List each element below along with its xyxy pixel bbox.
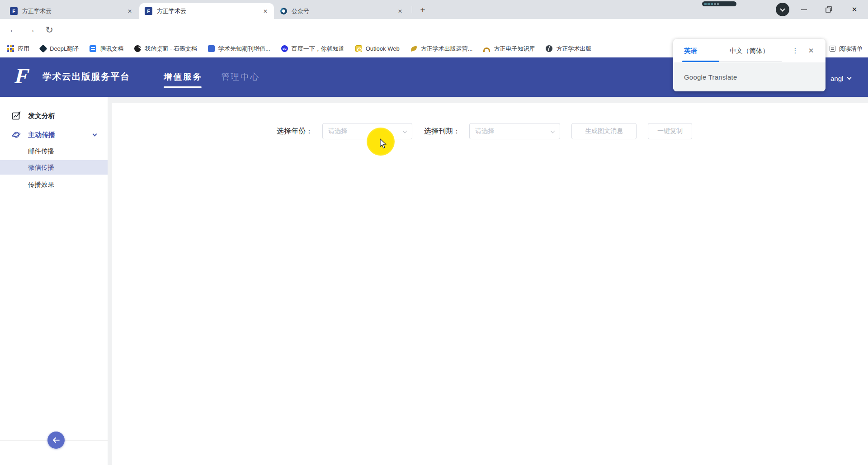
sidebar-subitem-dissemination-effect[interactable]: 传播效果 [0,177,108,192]
new-tab-button[interactable]: + [417,4,429,16]
reload-button[interactable]: ↻ [43,24,55,36]
bookmark-deepl[interactable]: DeepL翻译 [40,45,79,53]
tab-close-icon[interactable]: ✕ [126,7,134,15]
shimo-icon [134,45,141,52]
active-nav-underline [164,86,202,88]
tab-fangzheng-2-active[interactable]: F 方正学术云 ✕ [139,3,274,19]
sidebar-subitem-email-dissemination[interactable]: 邮件传播 [0,144,108,158]
arrow-left-icon [52,437,60,443]
bookmark-outlook[interactable]: Outlook Web [355,45,400,52]
arch-icon [483,47,490,52]
tab-strip: F 方正学术云 ✕ F 方正学术云 ✕ 公众号 ✕ + ✕ [0,0,868,19]
tencent-docs-icon [90,45,96,52]
nav-value-added-services[interactable]: 增值服务 [164,71,203,82]
screen-recording-indicator [702,1,736,6]
bookmark-label: 方正学术出版运营... [421,45,473,53]
bookmark-label: 百度一下，你就知道 [292,45,344,53]
apps-label: 应用 [18,45,29,53]
issue-select[interactable]: 请选择 [469,123,560,139]
founder-favicon: F [145,7,152,15]
translate-tab-chinese[interactable]: 中文（简体） [730,47,769,55]
bookmark-label: 我的桌面 - 石墨文档 [145,45,197,53]
generate-message-button[interactable]: 生成图文消息 [571,123,637,139]
page-title: 学术云出版服务平台 [42,71,130,83]
outlook-icon [355,45,362,52]
translate-popup-body: Google Translate [673,62,826,91]
window-close-button[interactable]: ✕ [844,0,865,19]
main-content: 选择年份： 请选择 选择刊期： 请选择 生成图文消息 一键复制 [108,97,868,465]
bookmark-label: Outlook Web [366,45,400,52]
bookmark-label: 学术先知期刊增值... [218,45,270,53]
google-translate-brand: Google Translate [684,73,737,81]
translate-options-icon[interactable]: ⋮ [790,45,801,56]
google-translate-popup: 英语 中文（简体） ⋮ ✕ Google Translate [673,39,826,91]
deepl-icon [39,44,47,52]
year-select-placeholder: 请选择 [328,127,347,135]
tab-fangzheng-1[interactable]: F 方正学术云 ✕ [5,3,138,19]
username-label: angl [830,75,843,82]
chevron-down-icon [403,129,407,133]
chevron-down-icon[interactable] [93,132,97,137]
chevron-down-icon [847,76,852,80]
tab-title: 方正学术云 [22,7,121,15]
window-minimize-button[interactable] [793,0,814,19]
founder-favicon: F [10,7,18,15]
sidebar-item-active-dissemination[interactable]: 主动传播 [0,128,108,142]
sidebar-item-label: 发文分析 [28,112,55,120]
bookmark-founder-publishing[interactable]: 方正学术出版 [546,45,591,53]
floating-chevron-button[interactable] [776,3,789,16]
sidebar: 发文分析 主动传播 邮件传播 微信传播 传播效果 [0,97,108,465]
bookmark-baidu[interactable]: du 百度一下，你就知道 [281,45,344,53]
tab-title: 方正学术云 [157,7,257,15]
issue-select-placeholder: 请选择 [475,127,494,135]
issue-label: 选择刊期： [424,123,460,139]
bookmark-label: DeepL翻译 [50,45,79,53]
analytics-chart-icon [12,111,21,120]
official-account-favicon [279,7,288,16]
tab-gongzhonghao[interactable]: 公众号 ✕ [275,3,409,19]
bookmark-tencent-docs[interactable]: 腾讯文档 [90,45,123,53]
translate-tabs: 英语 中文（简体） ⋮ ✕ [673,39,826,62]
planet-icon [12,130,21,139]
tab-close-icon[interactable]: ✕ [396,7,404,15]
chevron-down-icon [780,6,785,11]
translate-close-icon[interactable]: ✕ [806,45,816,56]
restore-icon [826,6,832,13]
bookmark-xueshu-xianzhi[interactable]: 学术先知期刊增值... [208,45,270,53]
bookmark-founder-knowledge[interactable]: 方正电子知识库 [483,45,535,53]
mouse-cursor [380,138,387,149]
browser-window: F 方正学术云 ✕ F 方正学术云 ✕ 公众号 ✕ + ✕ [0,0,868,465]
forward-button[interactable]: → [25,24,37,36]
one-click-copy-button[interactable]: 一键复制 [648,123,692,139]
reading-list-button[interactable]: 阅读清单 [830,40,863,57]
year-label: 选择年份： [277,123,313,139]
apps-shortcut[interactable]: 应用 [7,45,29,53]
sidebar-subitem-wechat-dissemination[interactable]: 微信传播 [0,160,108,175]
content-panel: 选择年份： 请选择 选择刊期： 请选择 生成图文消息 一键复制 [112,103,868,465]
globe-icon [546,45,552,52]
tab-divider [412,6,412,13]
leaf-icon [410,46,418,52]
translate-tab-english[interactable]: 英语 [684,47,697,55]
tab-close-icon[interactable]: ✕ [261,7,269,15]
window-restore-button[interactable] [818,0,839,19]
bookmark-label: 腾讯文档 [100,45,123,53]
chevron-down-icon [551,129,555,133]
nav-management-center[interactable]: 管理中心 [221,71,260,82]
sidebar-subitem-label: 传播效果 [28,180,54,189]
sidebar-collapse-button[interactable] [47,432,65,449]
bookmark-shimo[interactable]: 我的桌面 - 石墨文档 [134,45,197,53]
apps-grid-icon [7,45,14,52]
journal-icon [208,45,215,52]
sidebar-subitem-label: 邮件传播 [28,147,54,156]
reading-list-label: 阅读清单 [839,45,863,53]
active-tab-underline [682,61,719,62]
back-button[interactable]: ← [7,24,19,36]
sidebar-subitem-label: 微信传播 [28,163,54,172]
sidebar-item-post-analysis[interactable]: 发文分析 [0,109,108,123]
reading-list-icon [830,46,835,52]
tab-title: 公众号 [292,7,392,15]
bookmark-founder-operations[interactable]: 方正学术出版运营... [410,45,473,53]
user-menu[interactable]: angl [830,75,851,82]
founder-logo: F [14,63,30,88]
